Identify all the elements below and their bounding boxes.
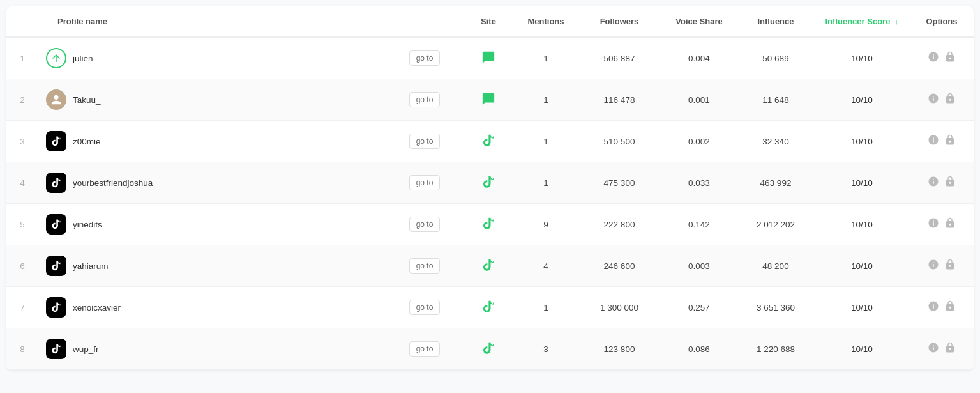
info-icon[interactable] (928, 51, 939, 65)
cell-followers: 123 800 (578, 328, 661, 370)
cell-followers: 116 478 (578, 79, 661, 121)
cell-site (463, 162, 514, 204)
info-icon[interactable] (928, 342, 939, 356)
cell-goto[interactable]: go to (386, 287, 463, 328)
col-voice-share: Voice Share (661, 6, 737, 37)
username-label: Takuu_ (73, 95, 101, 105)
cell-rank: 7 (6, 287, 38, 328)
cell-influencer-score: 10/10 (814, 245, 910, 287)
cell-mentions: 1 (514, 121, 578, 162)
lock-icon[interactable] (944, 259, 956, 273)
cell-profile: yinedits_ (38, 204, 386, 245)
avatar (46, 214, 66, 235)
username-label: z00mie (73, 137, 101, 146)
goto-button[interactable]: go to (409, 341, 441, 357)
table-row: 8 wup_frgo to 3123 8000.0861 220 68810/1… (6, 328, 974, 370)
goto-button[interactable]: go to (409, 258, 441, 274)
cell-profile: yahiarum (38, 245, 386, 287)
cell-goto[interactable]: go to (386, 79, 463, 121)
cell-voice-share: 0.086 (661, 328, 737, 370)
cell-influencer-score: 10/10 (814, 37, 910, 79)
cell-site (463, 245, 514, 287)
cell-site (463, 204, 514, 245)
info-icon[interactable] (928, 93, 939, 107)
col-site: Site (463, 6, 514, 37)
cell-voice-share: 0.004 (661, 37, 737, 79)
info-icon[interactable] (928, 134, 939, 148)
sort-arrow-icon: ↓ (895, 18, 899, 26)
cell-influencer-score: 10/10 (814, 121, 910, 162)
avatar (46, 256, 66, 276)
goto-button[interactable]: go to (409, 50, 441, 66)
table-row: 6 yahiarumgo to 4246 6000.00348 20010/10 (6, 245, 974, 287)
cell-site (463, 121, 514, 162)
avatar (46, 173, 66, 193)
lock-icon[interactable] (944, 51, 956, 65)
username-label: xenoicxavier (73, 303, 121, 312)
cell-mentions: 1 (514, 162, 578, 204)
col-influencer-score[interactable]: Influencer Score ↓ (814, 6, 910, 37)
cell-rank: 8 (6, 328, 38, 370)
cell-influencer-score: 10/10 (814, 204, 910, 245)
goto-button[interactable]: go to (409, 92, 441, 107)
col-influence: Influence (737, 6, 814, 37)
cell-goto[interactable]: go to (386, 162, 463, 204)
influencer-table: Profile name Site Mentions Followers Voi… (6, 6, 974, 370)
lock-icon[interactable] (944, 176, 956, 190)
cell-influence: 48 200 (737, 245, 814, 287)
cell-influence: 3 651 360 (737, 287, 814, 328)
goto-button[interactable]: go to (409, 175, 441, 190)
lock-icon[interactable] (944, 93, 956, 107)
username-label: julien (73, 54, 93, 63)
cell-profile: z00mie (38, 121, 386, 162)
username-label: yourbestfriendjoshua (73, 178, 153, 188)
info-icon[interactable] (928, 176, 939, 190)
col-goto (386, 6, 463, 37)
avatar (46, 48, 66, 68)
cell-goto[interactable]: go to (386, 204, 463, 245)
cell-influence: 32 340 (737, 121, 814, 162)
col-mentions: Mentions (514, 6, 578, 37)
cell-influence: 1 220 688 (737, 328, 814, 370)
info-icon[interactable] (928, 300, 939, 314)
cell-influencer-score: 10/10 (814, 287, 910, 328)
lock-icon[interactable] (944, 300, 956, 314)
col-followers: Followers (578, 6, 661, 37)
goto-button[interactable]: go to (409, 300, 441, 315)
avatar (46, 131, 66, 151)
cell-voice-share: 0.257 (661, 287, 737, 328)
cell-mentions: 9 (514, 204, 578, 245)
info-icon[interactable] (928, 259, 939, 273)
cell-followers: 246 600 (578, 245, 661, 287)
cell-goto[interactable]: go to (386, 37, 463, 79)
avatar (46, 89, 66, 110)
cell-site (463, 79, 514, 121)
cell-options (910, 245, 974, 287)
cell-mentions: 1 (514, 37, 578, 79)
username-label: yinedits_ (73, 220, 107, 229)
table-row: 5 yinedits_go to 9222 8000.1422 012 2021… (6, 204, 974, 245)
lock-icon[interactable] (944, 134, 956, 148)
lock-icon[interactable] (944, 217, 956, 231)
cell-profile: xenoicxavier (38, 287, 386, 328)
lock-icon[interactable] (944, 342, 956, 356)
info-icon[interactable] (928, 217, 939, 231)
goto-button[interactable]: go to (409, 217, 441, 232)
cell-rank: 1 (6, 37, 38, 79)
cell-goto[interactable]: go to (386, 245, 463, 287)
col-profile-name: Profile name (38, 6, 386, 37)
cell-goto[interactable]: go to (386, 121, 463, 162)
cell-site (463, 328, 514, 370)
cell-options (910, 79, 974, 121)
cell-voice-share: 0.142 (661, 204, 737, 245)
cell-mentions: 1 (514, 287, 578, 328)
table-row: 1juliengo to 1506 8870.00450 68910/10 (6, 37, 974, 79)
table-row: 2Takuu_go to 1116 4780.00111 64810/10 (6, 79, 974, 121)
goto-button[interactable]: go to (409, 134, 441, 149)
cell-options (910, 37, 974, 79)
cell-rank: 2 (6, 79, 38, 121)
cell-goto[interactable]: go to (386, 328, 463, 370)
cell-voice-share: 0.002 (661, 121, 737, 162)
cell-options (910, 121, 974, 162)
cell-rank: 4 (6, 162, 38, 204)
